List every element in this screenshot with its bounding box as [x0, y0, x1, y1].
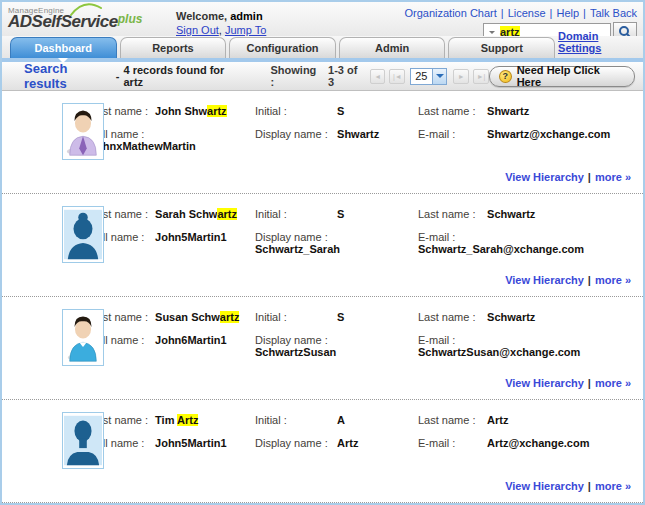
- display-name-value: SchwartzSusan: [255, 346, 336, 358]
- first-name-value: Sarah Schwartz: [155, 208, 237, 220]
- domain-settings-link[interactable]: Domain Settings: [558, 30, 635, 54]
- welcome-label: Welcome,: [176, 10, 227, 22]
- initial-label: Initial :: [255, 105, 334, 117]
- highlighted-match: Artz: [177, 414, 198, 426]
- tab-support[interactable]: Support: [448, 37, 555, 58]
- blue-silhouette-female-image: [64, 208, 102, 261]
- next-page-button[interactable]: ►: [453, 69, 469, 84]
- full-name-value: John5Martin1: [155, 231, 227, 243]
- first-name-value: Tim Artz: [155, 414, 198, 426]
- highlighted-match: artz: [220, 311, 240, 323]
- cartoon-man-teal-shirt-image: [64, 311, 102, 364]
- last-name-value: Schwartz: [487, 208, 535, 220]
- more-link[interactable]: more »: [595, 480, 631, 492]
- brand-logo: ManageEngine ADSelfServiceplus: [8, 4, 176, 30]
- question-icon: ?: [499, 70, 512, 83]
- records-found-text: 4 records found for artz: [124, 64, 245, 88]
- pipe-separator: |: [588, 480, 591, 492]
- dash-separator: -: [116, 70, 120, 82]
- initial-label: Initial :: [255, 414, 334, 426]
- view-hierarchy-link[interactable]: View Hierarchy: [505, 377, 584, 389]
- email-label: E-mail :: [418, 231, 484, 243]
- sign-out-link[interactable]: Sign Out: [176, 24, 219, 36]
- pipe-separator: |: [588, 171, 591, 183]
- last-name-label: Last name :: [418, 311, 484, 323]
- search-result-record: First name : Susan Schwartz Initial : S …: [2, 297, 643, 400]
- avatar-photo: [62, 412, 104, 469]
- highlighted-match: artz: [207, 105, 227, 117]
- full-name-value: John6Martin1: [155, 334, 227, 346]
- pipe-separator: |: [550, 7, 553, 19]
- email-label: E-mail :: [418, 334, 484, 346]
- display-name-label: Display name :: [255, 128, 334, 140]
- display-name-value: Shwartz: [337, 128, 379, 140]
- brand-swoosh-icon: [70, 2, 104, 18]
- display-name-label: Display name :: [255, 437, 334, 449]
- email-value: Schwartz_Sarah@xchange.com: [418, 243, 584, 255]
- username: admin: [230, 10, 262, 22]
- pipe-separator: |: [588, 377, 591, 389]
- tab-bar: Dashboard Reports Configuration Admin Su…: [2, 36, 643, 62]
- initial-label: Initial :: [255, 208, 334, 220]
- search-result-record: First name : Sarah Schwartz Initial : S …: [2, 194, 643, 297]
- last-name-value: Artz: [487, 414, 508, 426]
- brand-suffix: plus: [118, 12, 143, 26]
- need-help-button[interactable]: ? Need Help Click Here: [489, 66, 635, 87]
- blue-silhouette-person-image: [64, 414, 102, 467]
- help-link[interactable]: Help: [556, 7, 579, 19]
- full-name-value: JohnxMathewMartin: [90, 140, 196, 152]
- last-name-label: Last name :: [418, 208, 484, 220]
- view-hierarchy-link[interactable]: View Hierarchy: [505, 171, 584, 183]
- initial-value: S: [337, 208, 344, 220]
- license-link[interactable]: License: [508, 7, 546, 19]
- more-link[interactable]: more »: [595, 274, 631, 286]
- cartoon-man-purple-shirt-image: [64, 105, 102, 158]
- talk-back-link[interactable]: Talk Back: [590, 7, 637, 19]
- initial-value: S: [337, 105, 344, 117]
- prev-page-button[interactable]: ◄: [370, 69, 386, 84]
- view-hierarchy-link[interactable]: View Hierarchy: [505, 274, 584, 286]
- tab-reports[interactable]: Reports: [120, 37, 227, 58]
- organization-chart-link[interactable]: Organization Chart: [404, 7, 496, 19]
- last-name-label: Last name :: [418, 105, 484, 117]
- email-value: SchwartzSusan@xchange.com: [418, 346, 580, 358]
- more-link[interactable]: more »: [595, 171, 631, 183]
- header-links: Organization Chart|License|Help|Talk Bac…: [404, 7, 637, 19]
- full-name-value: John5Martin1: [155, 437, 227, 449]
- welcome-block: Welcome, admin Sign Out, Jump To: [176, 4, 266, 37]
- view-hierarchy-link[interactable]: View Hierarchy: [505, 480, 584, 492]
- pipe-separator: |: [501, 7, 504, 19]
- email-value: Artz@xchange.com: [487, 437, 589, 449]
- pipe-separator: |: [583, 7, 586, 19]
- search-result-record: First name : John Shwartz Initial : S La…: [2, 91, 643, 194]
- display-name-label: Display name :: [255, 231, 334, 243]
- initial-value: A: [337, 414, 345, 426]
- showing-label: Showing :: [271, 64, 323, 88]
- highlighted-match: artz: [217, 208, 237, 220]
- display-name-value: Artz: [337, 437, 358, 449]
- avatar-photo: [62, 309, 104, 366]
- last-name-value: Schwartz: [487, 311, 535, 323]
- app-header: ManageEngine ADSelfServiceplus Welcome, …: [2, 2, 643, 36]
- avatar-photo: [62, 103, 104, 160]
- page-size-select[interactable]: 25: [410, 68, 447, 85]
- first-name-value: Susan Schwartz: [155, 311, 239, 323]
- jump-to-link[interactable]: Jump To: [225, 24, 266, 36]
- results-toolbar: Search results - 4 records found for art…: [2, 62, 643, 91]
- select-dropdown-icon[interactable]: [432, 69, 446, 84]
- first-name-value: John Shwartz: [155, 105, 227, 117]
- last-page-button[interactable]: ►|: [473, 69, 489, 84]
- email-label: E-mail :: [418, 437, 484, 449]
- more-link[interactable]: more »: [595, 377, 631, 389]
- page-size-value: 25: [411, 69, 432, 84]
- initial-label: Initial :: [255, 311, 334, 323]
- tab-configuration[interactable]: Configuration: [229, 37, 336, 58]
- initial-value: S: [337, 311, 344, 323]
- tab-admin[interactable]: Admin: [339, 37, 446, 58]
- paging-range: 1-3 of 3: [328, 64, 366, 88]
- search-result-record: First name : Tim Artz Initial : A Last n…: [2, 400, 643, 503]
- first-page-button[interactable]: |◄: [389, 69, 405, 84]
- email-label: E-mail :: [418, 128, 484, 140]
- last-name-label: Last name :: [418, 414, 484, 426]
- tab-dashboard[interactable]: Dashboard: [10, 37, 117, 58]
